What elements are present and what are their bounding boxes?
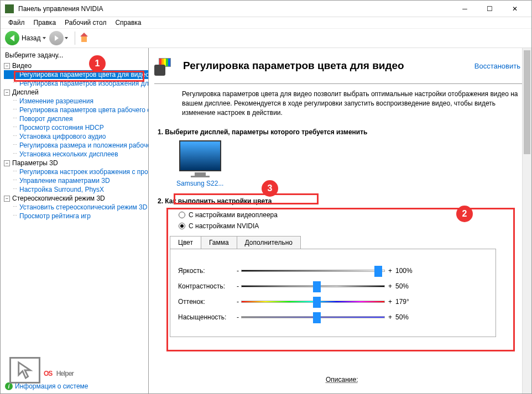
tree-item[interactable]: Регулировка размера и положения рабочего… bbox=[4, 141, 148, 150]
tree-3d[interactable]: −Параметры 3D bbox=[4, 159, 148, 167]
tree-item[interactable]: Просмотр рейтинга игр bbox=[4, 212, 148, 220]
main-panel: Регулировка параметров цвета для видео В… bbox=[149, 48, 531, 393]
maximize-button[interactable]: ☐ bbox=[477, 1, 502, 17]
cursor-icon bbox=[9, 357, 40, 384]
hue-slider[interactable] bbox=[241, 301, 385, 303]
tab-gamma[interactable]: Гамма bbox=[201, 236, 237, 249]
window-title: Панель управления NVIDIA bbox=[18, 5, 452, 13]
menu-edit[interactable]: Правка bbox=[29, 18, 61, 28]
section2-title: 2. Как выполнить настройки цвета bbox=[158, 197, 530, 205]
scrollbar[interactable] bbox=[522, 48, 531, 393]
saturation-label: Насыщенность: bbox=[178, 313, 234, 321]
display-name: Samsung S22... bbox=[176, 180, 223, 187]
tab-color[interactable]: Цвет bbox=[170, 236, 201, 249]
menu-help[interactable]: Справка bbox=[111, 18, 145, 28]
brightness-label: Яркость: bbox=[178, 267, 234, 275]
tree-item[interactable]: Изменение разрешения bbox=[4, 97, 148, 106]
tree-item[interactable]: Установка цифрового аудио bbox=[4, 132, 148, 141]
video-color-icon bbox=[154, 56, 178, 76]
tree-item[interactable]: Установка нескольких дисплеев bbox=[4, 150, 148, 159]
restore-link[interactable]: Восстановить bbox=[474, 62, 520, 70]
menu-desktop[interactable]: Рабочий стол bbox=[60, 18, 111, 28]
tree-item[interactable]: Регулировка параметров цвета рабочего ст… bbox=[4, 106, 148, 114]
color-panel: Яркость: - +100% Контрастность: - +50% О… bbox=[170, 249, 496, 337]
contrast-label: Контрастность: bbox=[178, 282, 234, 290]
tree-stereo[interactable]: −Стереоскопический режим 3D bbox=[4, 194, 148, 203]
tab-extra[interactable]: Дополнительно bbox=[237, 236, 301, 249]
close-button[interactable]: ✕ bbox=[502, 1, 527, 17]
tree-item[interactable]: Настройка Surround, PhysX bbox=[4, 185, 148, 194]
sidebar-prompt: Выберите задачу... bbox=[4, 50, 148, 61]
system-info-link[interactable]: i Информация о системе bbox=[5, 382, 88, 390]
sidebar: Выберите задачу... −Видео Регулировка па… bbox=[1, 48, 149, 393]
info-icon: i bbox=[5, 382, 13, 390]
tree-item[interactable]: Регулировка настроек изображения с просм… bbox=[4, 167, 148, 176]
tree-item-video-color[interactable]: Регулировка параметров цвета для видео bbox=[4, 70, 148, 79]
display-thumb[interactable]: Samsung S22... bbox=[176, 140, 223, 187]
radio-videoplayer[interactable]: С настройками видеоплеера bbox=[154, 209, 530, 220]
minimize-button[interactable]: ─ bbox=[452, 1, 477, 17]
forward-button[interactable] bbox=[49, 31, 68, 45]
contrast-slider[interactable] bbox=[241, 285, 385, 287]
tree-item[interactable]: Установить стереоскопический режим 3D bbox=[4, 203, 148, 212]
home-icon[interactable] bbox=[79, 33, 90, 44]
menubar: Файл Правка Рабочий стол Справка bbox=[1, 17, 531, 28]
tree-item[interactable]: Просмотр состояния HDCP bbox=[4, 123, 148, 132]
page-title: Регулировка параметров цвета для видео bbox=[183, 60, 474, 72]
menu-file[interactable]: Файл bbox=[4, 18, 29, 28]
brightness-slider[interactable] bbox=[241, 270, 385, 272]
description-label: Описание: bbox=[326, 376, 358, 384]
tree-item[interactable]: Управление параметрами 3D bbox=[4, 176, 148, 185]
tree-video[interactable]: −Видео bbox=[4, 61, 148, 70]
saturation-slider[interactable] bbox=[241, 316, 385, 318]
back-button[interactable]: Назад bbox=[5, 31, 46, 45]
description: Регулировка параметров цвета для видео п… bbox=[154, 90, 530, 125]
tree-item-video-image[interactable]: Регулировка параметров изображения для в… bbox=[4, 79, 148, 88]
nvidia-icon bbox=[5, 4, 14, 13]
radio-nvidia[interactable]: С настройками NVIDIA bbox=[154, 220, 530, 232]
section1-title: 1. Выберите дисплей, параметры которого … bbox=[158, 128, 530, 136]
tree-display[interactable]: −Дисплей bbox=[4, 88, 148, 97]
hue-label: Оттенок: bbox=[178, 298, 234, 306]
tree-item[interactable]: Поворот дисплея bbox=[4, 114, 148, 123]
watermark: OS Helper bbox=[9, 357, 74, 384]
